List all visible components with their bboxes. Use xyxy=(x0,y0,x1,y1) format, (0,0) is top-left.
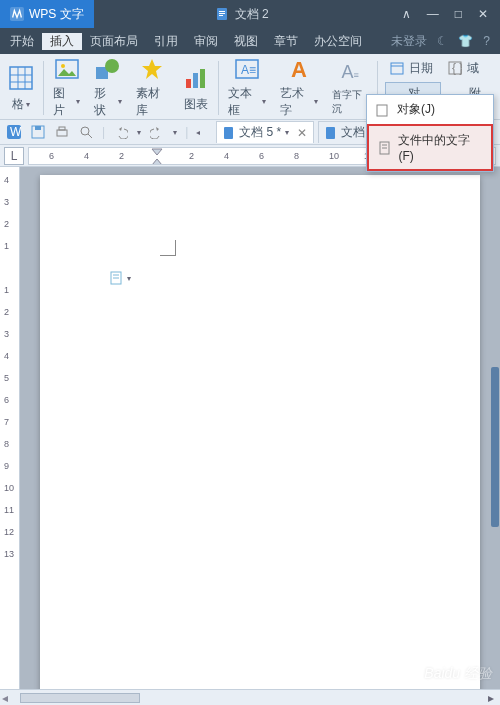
svg-point-36 xyxy=(81,127,89,135)
menu-view[interactable]: 视图 xyxy=(226,33,266,50)
chart-icon xyxy=(183,65,209,91)
svg-text:A≡: A≡ xyxy=(241,63,256,77)
save-icon[interactable] xyxy=(30,124,46,140)
watermark: Baidu 经验 xyxy=(424,665,492,683)
table-icon xyxy=(8,65,34,91)
separator xyxy=(43,61,44,115)
app-badge: WPS 文字 xyxy=(0,0,94,28)
menu-start[interactable]: 开始 xyxy=(2,33,42,50)
doc-icon xyxy=(223,127,235,139)
menu-review[interactable]: 审阅 xyxy=(186,33,226,50)
help-icon[interactable]: ? xyxy=(483,34,490,48)
file-text-icon xyxy=(377,140,392,156)
app-menu-icon[interactable]: W xyxy=(6,124,22,140)
ribbon-clipart[interactable]: 素材库 xyxy=(130,58,175,118)
scroll-right-icon[interactable]: ▸ xyxy=(484,691,498,705)
svg-line-37 xyxy=(88,134,92,138)
tabstop-selector[interactable]: L xyxy=(4,147,24,165)
svg-text:{ }: { } xyxy=(452,61,462,75)
maximize-button[interactable]: □ xyxy=(455,7,462,21)
undo-icon[interactable] xyxy=(113,124,129,140)
window-buttons: ∧ — □ ✕ xyxy=(390,7,500,21)
svg-rect-4 xyxy=(219,15,223,16)
menu-page-layout[interactable]: 页面布局 xyxy=(82,33,146,50)
separator xyxy=(218,61,219,115)
menu-references[interactable]: 引用 xyxy=(146,33,186,50)
dropdown-text-from-file[interactable]: 文件中的文字(F) xyxy=(367,124,493,171)
ribbon-toggle-button[interactable]: ∧ xyxy=(402,7,411,21)
paragraph-mark: ▾ xyxy=(110,271,131,285)
ribbon-chart[interactable]: 图表 xyxy=(177,58,215,118)
menu-insert[interactable]: 插入 xyxy=(42,33,82,50)
print-preview-icon[interactable] xyxy=(78,124,94,140)
title-bar: WPS 文字 文档 2 ∧ — □ ✕ xyxy=(0,0,500,28)
ribbon-field[interactable]: { } 域 xyxy=(443,58,483,79)
svg-rect-34 xyxy=(57,130,67,136)
scroll-left-icon[interactable]: ◂ xyxy=(2,691,8,705)
chevron-down-icon[interactable]: ▾ xyxy=(173,128,177,137)
svg-rect-3 xyxy=(219,13,225,14)
skin-icon[interactable]: 👕 xyxy=(458,34,473,48)
svg-rect-15 xyxy=(193,73,198,88)
doc-title-area: 文档 2 xyxy=(94,6,390,23)
chevron-down-icon[interactable]: ▾ xyxy=(137,128,141,137)
close-tab-icon[interactable]: ✕ xyxy=(297,126,307,140)
menu-office-space[interactable]: 办公空间 xyxy=(306,33,370,50)
margin-mark-icon xyxy=(160,240,176,256)
object-icon xyxy=(375,102,391,118)
chevron-down-icon: ▾ xyxy=(118,97,122,106)
indent-marker-icon[interactable] xyxy=(151,148,163,165)
ribbon-wordart[interactable]: A 艺术字▾ xyxy=(274,58,324,118)
ribbon-table[interactable]: 格▾ xyxy=(2,58,40,118)
print-icon[interactable] xyxy=(54,124,70,140)
minimize-button[interactable]: — xyxy=(427,7,439,21)
hscroll-thumb[interactable] xyxy=(20,693,140,703)
svg-point-11 xyxy=(61,64,65,68)
dropdown-object[interactable]: 对象(J) xyxy=(367,95,493,124)
picture-icon xyxy=(54,57,80,83)
ribbon-textbox[interactable]: A≡ 文本框▾ xyxy=(222,58,272,118)
app-name: WPS 文字 xyxy=(29,6,84,23)
vertical-ruler[interactable]: 4 3 2 1 1 2 3 4 5 6 7 8 9 10 11 12 13 xyxy=(0,167,20,705)
work-area: 4 3 2 1 1 2 3 4 5 6 7 8 9 10 11 12 13 ▾ xyxy=(0,167,500,705)
svg-text:W: W xyxy=(10,125,21,139)
document-tabs: 文档 5 * ▾ ✕ 文档 xyxy=(216,121,372,143)
field-icon: { } xyxy=(447,60,463,76)
menu-bar: 开始 插入 页面布局 引用 审阅 视图 章节 办公空间 未登录 ☾ 👕 ? xyxy=(0,28,500,54)
close-button[interactable]: ✕ xyxy=(478,7,488,21)
doc-title: 文档 2 xyxy=(235,6,269,23)
ribbon-picture[interactable]: 图片▾ xyxy=(47,58,86,118)
chevron-down-icon[interactable]: ▾ xyxy=(285,128,289,137)
chevron-down-icon: ▾ xyxy=(314,97,318,106)
wps-logo-icon xyxy=(10,7,24,21)
menu-chapters[interactable]: 章节 xyxy=(266,33,306,50)
star-icon xyxy=(139,57,165,83)
ribbon-shapes[interactable]: 形状▾ xyxy=(88,58,128,118)
login-status[interactable]: 未登录 xyxy=(391,33,427,50)
svg-rect-38 xyxy=(224,127,233,139)
svg-rect-16 xyxy=(200,69,205,88)
tab-doc2[interactable]: 文档 xyxy=(318,121,372,143)
chevron-down-icon: ▾ xyxy=(262,97,266,106)
tab-doc5[interactable]: 文档 5 * ▾ ✕ xyxy=(216,121,314,143)
chevron-down-icon: ▾ xyxy=(26,100,30,109)
redo-icon[interactable] xyxy=(149,124,165,140)
svg-rect-26 xyxy=(377,105,387,116)
vertical-scrollbar-thumb[interactable] xyxy=(491,367,499,527)
svg-rect-39 xyxy=(326,127,335,139)
shapes-icon xyxy=(94,57,122,83)
doc-icon xyxy=(215,7,229,21)
menu-right: 未登录 ☾ 👕 ? xyxy=(391,33,498,50)
document-canvas[interactable]: ▾ xyxy=(20,167,500,705)
page-icon xyxy=(110,271,124,285)
sync-icon[interactable]: ☾ xyxy=(437,34,448,48)
svg-rect-33 xyxy=(35,126,41,130)
ribbon-date[interactable]: 日期 xyxy=(385,58,437,79)
svg-point-13 xyxy=(105,59,119,73)
svg-rect-19 xyxy=(391,63,403,74)
page[interactable]: ▾ xyxy=(40,175,480,705)
nav-left-icon[interactable]: ◂ xyxy=(196,128,200,137)
svg-rect-5 xyxy=(10,67,32,89)
doc-icon xyxy=(325,127,337,139)
horizontal-scrollbar[interactable]: ◂ ▸ xyxy=(0,689,500,705)
